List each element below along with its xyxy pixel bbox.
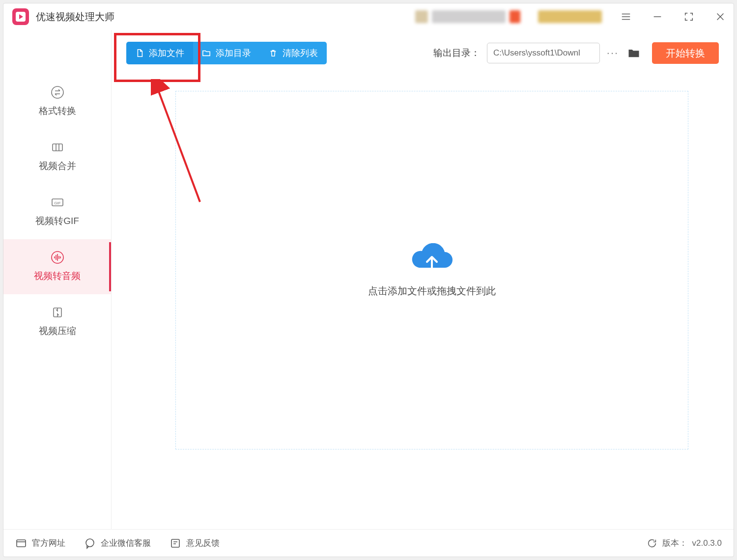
gif-icon: GIF <box>50 195 65 210</box>
footer-feedback[interactable]: 意见反馈 <box>170 537 220 549</box>
close-button[interactable] <box>713 9 728 24</box>
hamburger-icon <box>621 11 631 22</box>
fullscreen-icon <box>683 11 694 22</box>
swap-icon <box>50 85 65 100</box>
folder-icon <box>202 49 211 57</box>
minimize-icon <box>652 11 663 22</box>
version-label: 版本： <box>662 537 687 549</box>
output-dir-browse-button[interactable]: ··· <box>603 43 623 63</box>
file-icon <box>135 49 144 57</box>
file-dropzone[interactable]: 点击添加文件或拖拽文件到此 <box>175 91 688 449</box>
trash-icon <box>269 49 278 57</box>
menu-button[interactable] <box>619 9 633 24</box>
cloud-upload-icon <box>409 243 454 274</box>
version-value: v2.0.3.0 <box>692 538 722 548</box>
sidebar-item-video-gif[interactable]: GIF 视频转GIF <box>3 184 111 239</box>
close-icon <box>715 11 726 22</box>
start-convert-button[interactable]: 开始转换 <box>652 42 719 64</box>
sidebar-item-label: 格式转换 <box>39 105 76 117</box>
chat-icon <box>84 537 96 549</box>
svg-rect-18 <box>171 539 179 547</box>
titlebar: 优速视频处理大师 <box>3 3 734 30</box>
svg-rect-15 <box>17 540 26 547</box>
sidebar-item-label: 视频压缩 <box>39 325 76 337</box>
footer-wecom-support[interactable]: 企业微信客服 <box>84 537 151 549</box>
website-icon <box>15 537 27 549</box>
svg-rect-7 <box>53 144 62 151</box>
dropzone-text: 点击添加文件或拖拽文件到此 <box>368 284 496 298</box>
app-window: 优速视频处理大师 <box>3 3 734 557</box>
sidebar: 格式转换 视频合并 GIF 视频转GIF 视频转音频 <box>3 30 112 529</box>
footer-version[interactable]: 版本： v2.0.3.0 <box>647 537 722 549</box>
add-file-label: 添加文件 <box>149 47 184 59</box>
footer-feedback-label: 意见反馈 <box>186 537 220 549</box>
folder-open-icon <box>627 46 641 60</box>
sidebar-item-video-compress[interactable]: 视频压缩 <box>3 294 111 349</box>
clear-list-button[interactable]: 清除列表 <box>260 42 327 64</box>
svg-point-6 <box>52 86 63 98</box>
toolbar: 添加文件 添加目录 清除列表 输出目录： ··· 开始转换 <box>126 42 719 64</box>
app-logo <box>12 8 29 25</box>
refresh-icon <box>647 538 657 549</box>
sidebar-item-format-convert[interactable]: 格式转换 <box>3 74 111 129</box>
sidebar-item-label: 视频转音频 <box>34 270 81 282</box>
compress-icon <box>50 305 65 320</box>
window-buttons <box>619 9 728 24</box>
merge-icon <box>50 140 65 155</box>
svg-text:GIF: GIF <box>54 201 60 205</box>
minimize-button[interactable] <box>650 9 665 24</box>
footer: 官方网址 企业微信客服 意见反馈 版本： v2.0.3.0 <box>3 529 734 557</box>
feedback-icon <box>170 537 181 549</box>
footer-official-site[interactable]: 官方网址 <box>15 537 65 549</box>
fullscreen-button[interactable] <box>681 9 696 24</box>
sidebar-item-label: 视频转GIF <box>35 215 79 227</box>
output-dir-label: 输出目录： <box>433 47 480 59</box>
open-output-folder-button[interactable] <box>625 45 642 61</box>
output-dir-input[interactable] <box>487 43 600 63</box>
sidebar-item-video-merge[interactable]: 视频合并 <box>3 129 111 184</box>
content-area: 添加文件 添加目录 清除列表 输出目录： ··· 开始转换 <box>112 30 734 529</box>
svg-point-17 <box>86 539 94 547</box>
audio-icon <box>50 250 65 265</box>
footer-official-site-label: 官方网址 <box>32 537 65 549</box>
add-file-button[interactable]: 添加文件 <box>126 42 193 64</box>
sidebar-item-label: 视频合并 <box>39 160 76 172</box>
titlebar-account-area <box>415 10 602 23</box>
body: 格式转换 视频合并 GIF 视频转GIF 视频转音频 <box>3 30 734 529</box>
footer-wecom-label: 企业微信客服 <box>101 537 151 549</box>
add-folder-label: 添加目录 <box>216 47 251 59</box>
sidebar-item-video-audio[interactable]: 视频转音频 <box>3 239 111 294</box>
clear-list-label: 清除列表 <box>283 47 318 59</box>
app-title: 优速视频处理大师 <box>36 10 114 24</box>
add-folder-button[interactable]: 添加目录 <box>193 42 260 64</box>
